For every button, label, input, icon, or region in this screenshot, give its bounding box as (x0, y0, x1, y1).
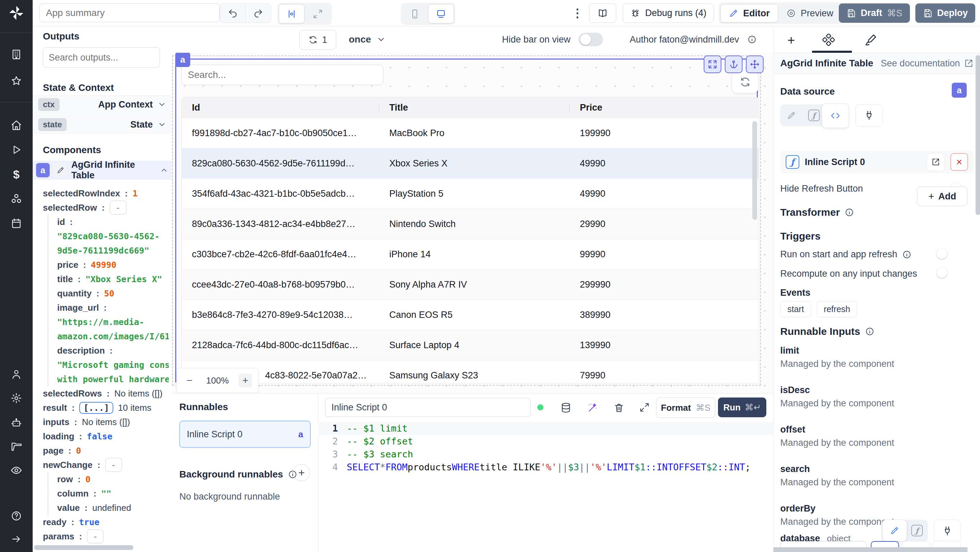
ctx-row[interactable]: ctx App Context (33, 95, 172, 114)
sidebar-item-account[interactable] (9, 367, 24, 382)
component-refresh-button[interactable] (732, 71, 758, 93)
remove-script-button[interactable]: × (950, 153, 968, 171)
horizontal-scrollbar[interactable] (34, 545, 134, 550)
search-outputs-input[interactable] (43, 47, 160, 68)
desktop-view-button[interactable] (428, 4, 454, 24)
sidebar-item-resources[interactable] (9, 191, 24, 206)
insert-component-tab[interactable]: + (788, 33, 795, 48)
expand-object-button[interactable]: - (87, 529, 104, 544)
refresh-count-box[interactable]: 1 (299, 30, 336, 50)
ai-assist-button[interactable] (587, 402, 598, 413)
editor-tab[interactable]: Editor (721, 4, 778, 22)
expand-editor-button[interactable] (640, 402, 649, 412)
code-line[interactable]: 2-- $2 offset (318, 435, 773, 448)
docs-button[interactable] (589, 3, 616, 23)
sidebar-item-variables[interactable]: $ (9, 167, 24, 182)
frequency-value: once (349, 34, 371, 45)
table-row[interactable]: ccee43dc-27e0-40a8-b768-b09579b0…Sony Al… (182, 269, 759, 299)
tree-value: "829ca080-5630-4562- (57, 231, 159, 241)
table-header-id[interactable]: Id (182, 97, 379, 118)
table-row[interactable]: 829ca080-5630-4562-9d5e-7611199d…Xbox Se… (182, 148, 759, 178)
open-script-button[interactable] (927, 153, 945, 171)
code-line[interactable]: 3-- $3 search (318, 448, 773, 461)
zoom-in-button[interactable]: + (239, 374, 252, 387)
sidebar-item-help[interactable] (9, 508, 24, 523)
sidebar-item-settings[interactable] (9, 391, 24, 406)
table-header-title[interactable]: Title (379, 97, 570, 118)
table-row[interactable]: b3e864c8-7fe3-4270-89e9-54c12038…Canon E… (182, 299, 759, 330)
table-scrollbar[interactable] (752, 121, 757, 220)
windmill-logo[interactable] (8, 4, 25, 22)
add-transformer-button[interactable]: + Add (917, 186, 967, 206)
table-row[interactable]: 354f6afd-43ac-4321-b1bc-0b5e5adcb…PlaySt… (182, 178, 759, 208)
expand-component-button[interactable] (704, 56, 721, 73)
database-template-button[interactable]: ƒ (907, 520, 927, 541)
code-line[interactable]: 1-- $1 limit (318, 422, 773, 435)
event-chip[interactable]: start (780, 301, 811, 317)
script-mode-button[interactable] (822, 103, 849, 128)
table-row[interactable]: c303bce7-cb2e-42c6-8fdf-6aa01fc4e4…iPhon… (182, 239, 759, 269)
run-button[interactable]: Run ⌘↵ (718, 398, 766, 417)
frequency-dropdown[interactable]: once (349, 30, 386, 49)
expand-array-button[interactable]: [...] (79, 402, 113, 414)
fullwidth-button[interactable] (305, 5, 331, 23)
code-line[interactable]: 4SELECT * FROM products WHERE title ILIK… (318, 461, 773, 474)
see-documentation-link[interactable]: See documentation (881, 58, 974, 69)
draft-button[interactable]: Draft ⌘S (839, 3, 910, 23)
runnable-item[interactable]: Inline Script 0 a (179, 421, 311, 448)
connect-mode-button[interactable] (856, 104, 883, 127)
table-header-price[interactable]: Price (570, 97, 759, 118)
database-connect-button[interactable] (934, 520, 961, 542)
inline-script-row[interactable]: ƒ Inline Script 0 × (780, 151, 974, 173)
collapse-rail-button[interactable] (9, 531, 24, 547)
deploy-button[interactable]: Deploy (915, 3, 975, 23)
static-mode-button[interactable] (780, 105, 803, 126)
sidebar-item-folders[interactable] (9, 439, 24, 454)
vertical-scrollbar[interactable] (975, 55, 980, 215)
format-button[interactable]: Format ⌘S (656, 398, 715, 418)
table-row[interactable]: f991898d-cb27-4ac7-b10c-0b9050ce1…MacBoo… (182, 118, 759, 148)
center-align-button[interactable] (279, 4, 305, 24)
app-summary-input[interactable] (40, 3, 220, 22)
table-row[interactable]: 89c0a336-1343-4812-ac34-e4bb8e27…Nintend… (182, 208, 759, 239)
sidebar-item-runs[interactable] (9, 142, 24, 157)
runnable-input-desc: Managed by the component (780, 437, 971, 448)
add-background-runnable-button[interactable]: + (293, 464, 310, 481)
anchor-icon (729, 60, 738, 69)
sidebar-item-favorites[interactable] (9, 73, 24, 89)
database-static-button[interactable] (882, 520, 907, 541)
mobile-view-button[interactable] (402, 5, 427, 23)
sidebar-item-workspace[interactable] (9, 47, 24, 62)
table-row[interactable]: 4c83-8022-5e70a07a2…Samsung Galaxy S2379… (182, 360, 759, 383)
sidebar-item-schedules[interactable] (9, 216, 24, 231)
table-search-input[interactable] (181, 65, 383, 85)
code-editor[interactable]: 1-- $1 limit2-- $2 offset3-- $3 search4S… (318, 422, 773, 552)
state-row[interactable]: state State (33, 115, 172, 134)
delete-script-button[interactable] (614, 402, 624, 413)
styling-tab[interactable] (865, 34, 877, 46)
preview-tab[interactable]: Preview (779, 5, 841, 22)
cache-button[interactable] (560, 402, 571, 413)
event-chip[interactable]: refresh (817, 301, 858, 317)
horizontal-scrollbar[interactable] (773, 547, 967, 552)
table-row[interactable]: 2128adca-7fc6-44bd-800c-dc115df6ac…Surfa… (182, 330, 759, 360)
hide-bar-toggle[interactable] (579, 33, 603, 46)
move-component-button[interactable] (746, 56, 764, 73)
component-settings-tab[interactable] (822, 34, 835, 46)
undo-button[interactable] (220, 4, 246, 22)
more-menu-button[interactable]: ⋮ (572, 6, 583, 20)
anchor-component-button[interactable] (725, 56, 743, 73)
redo-button[interactable] (246, 4, 271, 22)
script-name-input[interactable] (325, 398, 530, 417)
aggrid-component[interactable]: a Id Title Price (175, 59, 758, 383)
sidebar-item-workers[interactable] (9, 415, 24, 430)
runnables-title: Runnables (179, 402, 228, 412)
zoom-out-button[interactable]: − (183, 374, 196, 387)
rename-component-button[interactable] (54, 163, 67, 177)
expand-object-button[interactable]: - (110, 200, 127, 215)
debug-runs-button[interactable]: Debug runs (4) (623, 3, 714, 23)
sidebar-item-audit[interactable] (9, 463, 24, 478)
expand-object-button[interactable]: - (105, 458, 122, 472)
component-list-item[interactable]: a AgGrid Infinite Table (33, 161, 172, 180)
sidebar-item-home[interactable] (9, 118, 24, 133)
